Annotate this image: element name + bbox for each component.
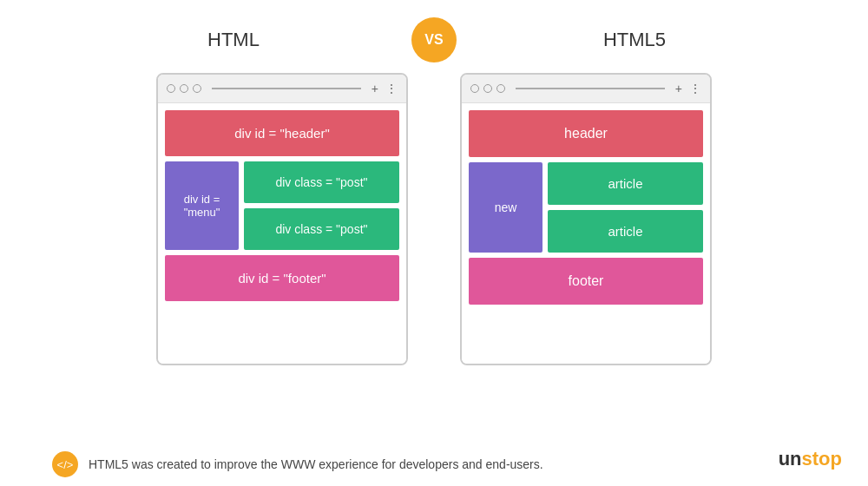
html5-url-bar xyxy=(516,88,665,89)
html-menu-element: div id = "menu" xyxy=(165,161,239,250)
html5-article2-element: article xyxy=(548,210,703,253)
html-post2-element: div class = "post" xyxy=(244,208,399,250)
html-middle-section: div id = "menu" div class = "post" div c… xyxy=(165,161,399,250)
html-plus-icon[interactable]: + xyxy=(372,82,378,95)
html-browser-dots xyxy=(167,84,201,93)
dot-1 xyxy=(167,84,175,93)
html-browser-toolbar: + ⋮ xyxy=(158,75,406,103)
html-footer-element: div id = "footer" xyxy=(165,255,399,301)
html-browser-content: div id = "header" div id = "menu" div cl… xyxy=(158,103,406,364)
html-more-icon[interactable]: ⋮ xyxy=(385,82,398,95)
dot-4 xyxy=(470,84,479,93)
html5-header-element: header xyxy=(469,110,703,157)
unstop-logo: unstop xyxy=(779,448,842,470)
dot-2 xyxy=(180,84,188,93)
html-browser-window: + ⋮ div id = "header" div id = "menu" di… xyxy=(156,73,408,365)
html-posts-column: div class = "post" div class = "post" xyxy=(244,161,399,250)
html5-footer-element: footer xyxy=(469,258,703,305)
html5-more-icon[interactable]: ⋮ xyxy=(689,82,701,95)
html5-browser-window: + ⋮ header new article article footer xyxy=(460,73,712,365)
html-post1-element: div class = "post" xyxy=(244,161,399,203)
dot-6 xyxy=(496,84,505,93)
dot-3 xyxy=(193,84,201,93)
code-icon-symbol: </> xyxy=(57,458,74,471)
bottom-note-text: HTML5 was created to improve the WWW exp… xyxy=(89,457,543,471)
html5-browser-content: header new article article footer xyxy=(462,103,710,364)
html-header-element: div id = "header" xyxy=(165,110,399,156)
html-url-bar xyxy=(212,88,361,89)
bottom-note: </> HTML5 was created to improve the WWW… xyxy=(35,451,833,477)
html5-article1-element: article xyxy=(548,162,703,205)
code-icon: </> xyxy=(52,451,78,477)
html-column-title: HTML xyxy=(108,29,359,51)
html5-plus-icon[interactable]: + xyxy=(675,82,682,95)
html5-nav-element: new xyxy=(469,162,542,253)
dot-5 xyxy=(483,84,492,93)
unstop-u: un xyxy=(779,448,802,470)
html5-browser-dots xyxy=(470,84,505,93)
html5-articles-column: article article xyxy=(548,162,703,253)
vs-badge: VS xyxy=(411,17,457,62)
html5-middle-section: new article article xyxy=(469,162,703,253)
html5-column-title: HTML5 xyxy=(509,29,760,51)
html5-browser-toolbar: + ⋮ xyxy=(462,75,710,103)
unstop-nstop: stop xyxy=(802,448,842,470)
